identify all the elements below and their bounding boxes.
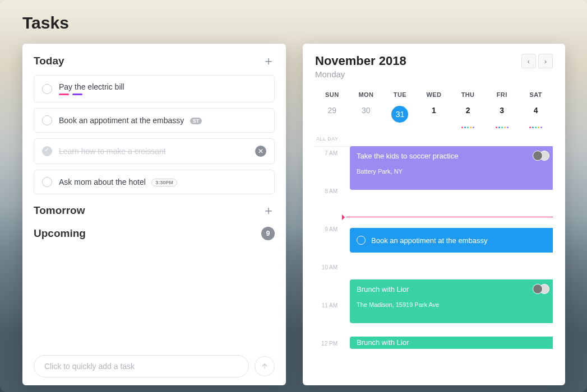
date-cell[interactable]: 1 <box>417 106 451 128</box>
add-today-button[interactable]: ＋ <box>262 55 275 67</box>
task-title: Learn how to make a croissant <box>59 147 248 156</box>
upcoming-count-badge: 9 <box>261 227 275 240</box>
all-day-label: ALL DAY <box>315 136 553 147</box>
calendar-event[interactable]: Brunch with Lior <box>350 337 553 349</box>
hour-label: 8 AM <box>315 187 342 194</box>
calendar-nav: ‹ › <box>521 54 553 68</box>
event-avatars <box>533 284 549 294</box>
task-card[interactable]: Book an appotiment at the embassy ST <box>34 108 275 133</box>
calendar-event[interactable]: Take the kids to soccer practice Battery… <box>350 146 553 190</box>
weekday-label: FRI <box>485 91 519 98</box>
weekday-label: SUN <box>315 91 349 98</box>
section-upcoming-title: Upcoming <box>34 227 86 240</box>
task-checkbox[interactable] <box>42 115 52 125</box>
task-checkbox-done[interactable] <box>42 146 52 156</box>
task-checkbox[interactable] <box>42 177 52 187</box>
weekday-label: SAT <box>519 91 553 98</box>
timeline: ALL DAY 7 AM 8 AM 9 AM 10 AM 11 AM 12 PM… <box>315 136 553 367</box>
event-location: The Madison, 15919 Park Ave <box>357 301 548 308</box>
date-cell[interactable]: 4 <box>519 106 553 128</box>
task-title: Book an appotiment at the embassy <box>59 116 184 125</box>
remove-task-button[interactable]: ✕ <box>255 146 266 157</box>
quick-add-submit[interactable] <box>255 356 275 376</box>
task-title: Ask mom about the hotel <box>59 178 146 186</box>
date-row: 29 30 31 1 2 3 4 <box>315 106 553 128</box>
task-tag <box>72 94 82 95</box>
quick-add-bar: Click to quickly add a task <box>34 355 275 377</box>
add-tomorrow-button[interactable]: ＋ <box>262 204 275 217</box>
chevron-right-icon: › <box>544 57 547 66</box>
task-time-pill: 3:30PM <box>151 179 177 186</box>
calendar-subtitle: Monday <box>315 69 406 79</box>
hour-label: 7 AM <box>315 149 342 156</box>
chevron-left-icon: ‹ <box>528 57 530 66</box>
date-cell[interactable]: 2 <box>451 106 485 128</box>
task-badge: ST <box>190 118 202 124</box>
calendar-prev-button[interactable]: ‹ <box>521 54 536 68</box>
hour-label: 9 AM <box>315 225 342 232</box>
section-tomorrow-header: Tomorrow ＋ <box>34 204 275 217</box>
section-today-header: Today ＋ <box>34 55 275 67</box>
task-tag <box>59 94 69 95</box>
current-time-indicator <box>346 217 553 217</box>
section-today-title: Today <box>34 55 64 67</box>
task-card[interactable]: Pay the electric bill <box>34 75 275 102</box>
calendar-panel: November 2018 Monday ‹ › SUN MON TUE WED… <box>303 44 565 385</box>
task-card[interactable]: Learn how to make a croissant ✕ <box>34 138 275 164</box>
hour-label: 11 AM <box>315 301 342 309</box>
calendar-header: November 2018 Monday ‹ › <box>315 54 553 79</box>
weekday-row: SUN MON TUE WED THU FRI SAT <box>315 91 553 98</box>
task-card[interactable]: Ask mom about the hotel 3:30PM <box>34 170 275 194</box>
hour-label: 10 AM <box>315 263 342 270</box>
hour-label: 12 PM <box>315 339 342 347</box>
task-title: Pay the electric bill <box>59 82 266 91</box>
event-title: Take the kids to soccer practice <box>357 152 548 160</box>
weekday-label: MON <box>349 91 383 98</box>
calendar-next-button[interactable]: › <box>538 54 553 68</box>
section-upcoming-header: Upcoming 9 <box>34 227 275 240</box>
page-title: Tasks <box>22 13 69 32</box>
calendar-title: November 2018 <box>315 54 406 68</box>
event-title: Book an appotiment at the embassy <box>371 236 487 245</box>
section-tomorrow-title: Tomorrow <box>34 204 85 217</box>
avatar-icon <box>533 151 543 161</box>
event-avatars <box>533 151 549 161</box>
date-cell[interactable]: 29 <box>315 106 349 128</box>
date-cell[interactable]: 30 <box>349 106 383 128</box>
avatar-icon <box>533 284 543 294</box>
calendar-event[interactable]: Book an appotiment at the embassy <box>350 228 553 253</box>
event-checkbox-icon <box>357 236 366 245</box>
weekday-label: THU <box>451 91 485 98</box>
weekday-label: WED <box>417 91 451 98</box>
arrow-up-icon <box>261 362 269 370</box>
task-checkbox[interactable] <box>42 84 52 94</box>
quick-add-input[interactable]: Click to quickly add a task <box>34 355 249 377</box>
event-title: Brunch with Lior <box>357 338 548 347</box>
event-title: Brunch with Lior <box>357 285 548 293</box>
date-cell[interactable]: 3 <box>485 106 519 128</box>
calendar-event[interactable]: Brunch with Lior The Madison, 15919 Park… <box>350 279 553 323</box>
date-cell-selected[interactable]: 31 <box>383 106 417 128</box>
event-location: Battery Park, NY <box>357 168 548 175</box>
tasks-panel: Today ＋ Pay the electric bill Book an ap… <box>22 44 286 385</box>
weekday-label: TUE <box>383 91 417 98</box>
